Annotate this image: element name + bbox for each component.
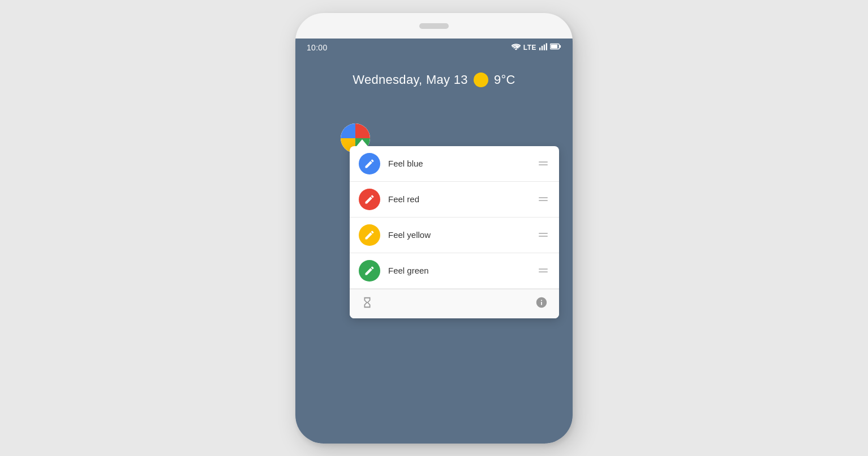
signal-icon xyxy=(539,43,547,52)
list-item[interactable]: Feel yellow xyxy=(350,218,559,253)
svg-rect-1 xyxy=(542,45,543,50)
drag-handle-yellow[interactable] xyxy=(536,231,550,239)
date-text: Wednesday, May 13 xyxy=(353,73,468,87)
drag-line xyxy=(539,197,548,198)
feel-blue-label: Feel blue xyxy=(388,159,536,168)
status-icons: LTE xyxy=(512,43,561,52)
feel-green-icon xyxy=(359,260,380,282)
lte-label: LTE xyxy=(523,44,536,52)
sun-icon xyxy=(474,73,488,87)
hourglass-icon[interactable] xyxy=(361,296,373,312)
svg-rect-5 xyxy=(559,45,561,48)
temperature-text: 9°C xyxy=(494,73,515,87)
dropdown-arrow xyxy=(356,139,368,146)
feel-blue-icon xyxy=(359,153,380,174)
feel-red-label: Feel red xyxy=(388,194,536,204)
scene: 10:00 LTE xyxy=(0,0,868,456)
drag-handle-red[interactable] xyxy=(536,195,550,203)
phone-shell: 10:00 LTE xyxy=(295,13,573,444)
drag-handle-blue[interactable] xyxy=(536,159,550,168)
feel-yellow-label: Feel yellow xyxy=(388,230,536,240)
shortcut-widget: Feel blue Feel red xyxy=(350,146,559,318)
status-bar: 10:00 LTE xyxy=(295,39,573,56)
list-item[interactable]: Feel blue xyxy=(350,146,559,182)
svg-rect-2 xyxy=(544,44,545,50)
drag-line xyxy=(539,269,548,270)
wifi-icon xyxy=(512,43,521,52)
drag-line xyxy=(539,233,548,234)
list-item[interactable]: Feel green xyxy=(350,253,559,289)
svg-rect-3 xyxy=(546,43,547,50)
drag-line xyxy=(539,271,548,272)
feel-red-icon xyxy=(359,189,380,210)
feel-yellow-icon xyxy=(359,224,380,246)
list-item[interactable]: Feel red xyxy=(350,182,559,218)
drag-handle-green[interactable] xyxy=(536,266,550,275)
screen-content: Wednesday, May 13 9°C xyxy=(295,56,573,444)
speaker-grill xyxy=(419,23,449,29)
date-weather-bar: Wednesday, May 13 9°C xyxy=(353,73,515,87)
feel-green-label: Feel green xyxy=(388,266,536,275)
status-time: 10:00 xyxy=(307,43,328,52)
battery-icon xyxy=(550,43,561,52)
drag-line xyxy=(539,161,548,163)
svg-rect-6 xyxy=(551,45,557,48)
svg-rect-0 xyxy=(539,48,540,50)
phone-screen: 10:00 LTE xyxy=(295,39,573,444)
drag-line xyxy=(539,164,548,165)
widget-bottom-bar xyxy=(350,289,559,318)
drag-line xyxy=(539,236,548,237)
drag-line xyxy=(539,200,548,201)
info-icon[interactable] xyxy=(535,296,548,312)
